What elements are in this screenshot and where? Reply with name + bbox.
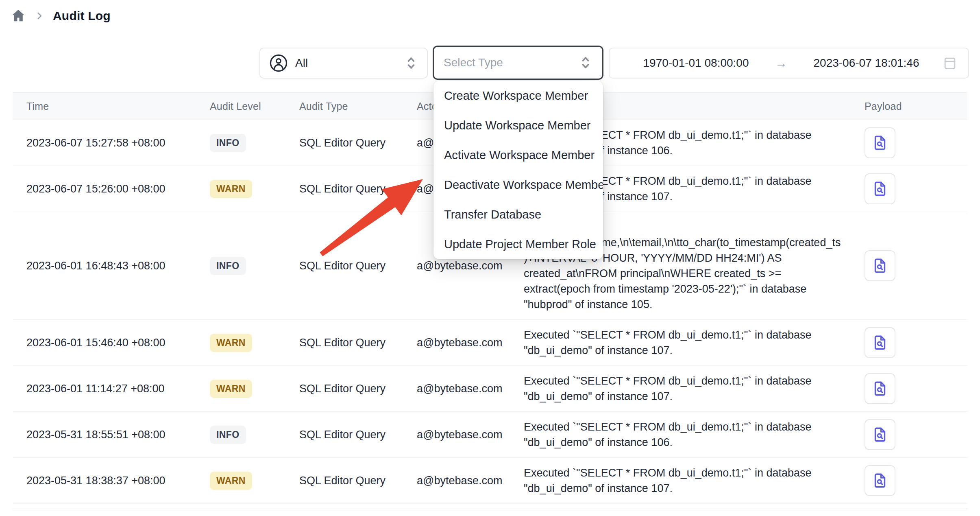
level-badge: INFO [210,134,246,152]
breadcrumb: Audit Log [11,8,111,24]
row-comment: Executed `"SELECT * FROM db_ui_demo.t1;"… [524,458,856,503]
view-payload-button[interactable] [865,173,895,204]
level-badge: INFO [210,257,246,275]
actor-select[interactable]: All [259,48,428,79]
person-circle-icon [269,54,288,72]
next-row-sliver [13,504,967,509]
file-search-icon [871,472,889,489]
row-actor: a@bytebase.com [417,260,524,272]
date-range-start[interactable]: 1970-01-01 08:00:00 [620,57,772,70]
row-comment: Executed `"SELECT * FROM db_ui_demo.t1;"… [524,412,856,457]
level-badge: INFO [210,426,246,444]
view-payload-button[interactable] [865,250,895,281]
view-payload-button[interactable] [865,419,895,450]
row-time: 2023-05-31 18:55:51 +08:00 [13,429,210,441]
column-header-payload: Payload [856,101,967,112]
level-badge: WARN [210,380,252,398]
row-actor: a@bytebase.com [417,383,524,395]
column-header-level: Audit Level [210,101,299,112]
table-row: 2023-06-01 11:14:27 +08:00 WARN SQL Edit… [13,366,967,412]
audit-log-page: Audit Log All Select Type [0,0,980,516]
file-search-icon [871,180,889,197]
row-audit-type: SQL Editor Query [299,337,417,349]
row-comment: Executed `"SELECT * FROM db_ui_demo.t1;"… [524,320,856,365]
actor-select-value: All [295,57,308,70]
type-menu-item[interactable]: Update Workspace Member [433,111,603,140]
view-payload-button[interactable] [865,465,895,496]
row-actor: a@bytebase.com [417,429,524,441]
audit-type-select[interactable]: Select Type [433,46,603,80]
row-time: 2023-06-01 15:46:40 +08:00 [13,337,210,349]
level-badge: WARN [210,472,252,490]
chevron-up-down-icon [579,55,592,71]
row-time: 2023-06-01 11:14:27 +08:00 [13,383,210,395]
table-row: 2023-05-31 18:38:37 +08:00 WARN SQL Edit… [13,458,967,504]
file-search-icon [871,426,889,443]
type-menu-item[interactable]: Update Project Member Role [433,230,603,259]
breadcrumb-chevron-icon [34,11,45,21]
file-search-icon [871,257,889,274]
row-time: 2023-05-31 18:38:37 +08:00 [13,474,210,487]
level-badge: WARN [210,334,252,352]
column-header-time: Time [13,101,210,112]
type-select-menu: Create Workspace Member Update Workspace… [433,81,603,259]
row-time: 2023-06-07 15:27:58 +08:00 [13,137,210,149]
row-audit-type: SQL Editor Query [299,137,417,149]
type-menu-item[interactable]: Create Workspace Member [433,81,603,111]
date-range-picker[interactable]: 1970-01-01 08:00:00 → 2023-06-07 18:01:4… [609,48,969,79]
row-actor: a@bytebase.com [417,337,524,349]
row-time: 2023-06-07 15:26:00 +08:00 [13,183,210,195]
file-search-icon [871,134,889,151]
home-icon[interactable] [11,8,26,24]
row-actor: a@bytebase.com [417,474,524,487]
level-badge: WARN [210,180,252,198]
row-audit-type: SQL Editor Query [299,429,417,441]
row-audit-type: SQL Editor Query [299,260,417,272]
type-menu-item[interactable]: Deactivate Workspace Member [433,170,603,200]
row-comment: Executed `"SELECT * FROM db_ui_demo.t1;"… [524,366,856,411]
row-audit-type: SQL Editor Query [299,474,417,487]
date-range-end[interactable]: 2023-06-07 18:01:46 [791,57,942,70]
table-row: 2023-06-01 15:46:40 +08:00 WARN SQL Edit… [13,320,967,366]
row-audit-type: SQL Editor Query [299,183,417,195]
view-payload-button[interactable] [865,373,895,404]
row-audit-type: SQL Editor Query [299,383,417,395]
type-menu-item[interactable]: Transfer Database [433,200,603,230]
calendar-icon [942,55,958,71]
page-title: Audit Log [53,9,111,23]
file-search-icon [871,334,889,351]
file-search-icon [871,380,889,397]
table-row: 2023-05-31 18:55:51 +08:00 INFO SQL Edit… [13,412,967,458]
date-range-arrow: → [772,56,791,70]
view-payload-button[interactable] [865,127,895,158]
column-header-type: Audit Type [299,101,417,112]
view-payload-button[interactable] [865,327,895,358]
type-menu-item[interactable]: Activate Workspace Member [433,140,603,170]
row-time: 2023-06-01 16:48:43 +08:00 [13,260,210,272]
type-select-placeholder: Select Type [444,56,503,69]
chevron-up-down-icon [404,55,418,71]
